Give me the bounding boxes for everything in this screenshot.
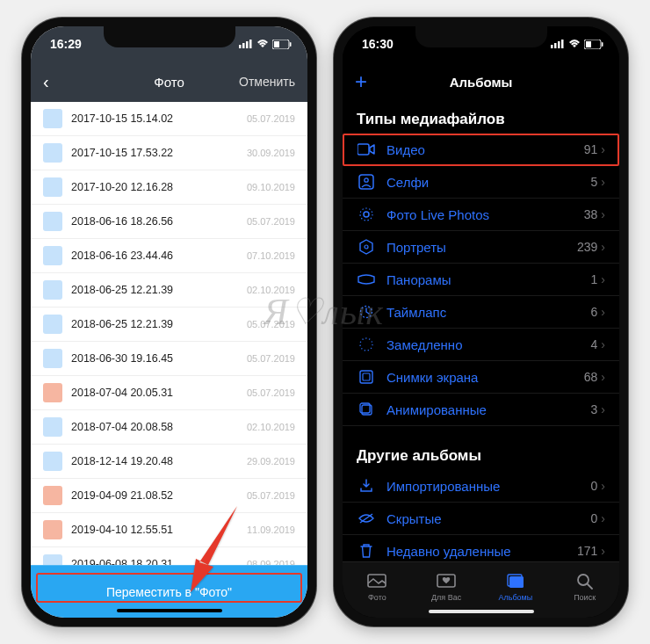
status-icons bbox=[239, 40, 292, 49]
file-thumbnail bbox=[43, 177, 62, 197]
signal-icon bbox=[551, 40, 565, 48]
svg-line-32 bbox=[588, 584, 592, 589]
page-title: Альбомы bbox=[343, 75, 619, 90]
album-row-скрытые[interactable]: Скрытые0› bbox=[343, 503, 619, 535]
album-row-фото-live-photos[interactable]: Фото Live Photos38› bbox=[343, 199, 619, 231]
status-time: 16:29 bbox=[50, 37, 82, 51]
wifi-icon bbox=[568, 40, 581, 48]
album-count: 171 bbox=[577, 544, 597, 558]
album-label: Таймлапс bbox=[386, 305, 591, 320]
tab-label: Фото bbox=[368, 593, 386, 602]
file-row[interactable]: 2018-06-16 23.44.4607.10.2019 bbox=[31, 239, 307, 273]
album-row-панорамы[interactable]: Панорамы1› bbox=[343, 264, 619, 296]
svg-rect-13 bbox=[602, 42, 603, 47]
tab-photos-icon bbox=[367, 572, 386, 591]
album-row-видео[interactable]: Видео91› bbox=[343, 134, 619, 166]
file-list[interactable]: 2017-10-15 15.14.0205.07.20192017-10-15 … bbox=[31, 102, 307, 575]
phone-left: 16:29 ‹ Фото Отменить 2017-10-15 15.14.0… bbox=[22, 18, 316, 626]
chevron-right-icon: › bbox=[601, 272, 605, 286]
album-label: Недавно удаленные bbox=[386, 544, 577, 559]
album-count: 0 bbox=[591, 479, 598, 493]
album-label: Фото Live Photos bbox=[386, 207, 584, 222]
status-icons bbox=[551, 40, 603, 49]
file-row[interactable]: 2017-10-20 12.16.2809.10.2019 bbox=[31, 170, 307, 205]
chevron-right-icon: › bbox=[601, 305, 605, 319]
tab-фото[interactable]: Фото bbox=[343, 562, 412, 618]
file-row[interactable]: 2018-06-25 12.21.3902.10.2019 bbox=[31, 273, 307, 308]
screenshot-icon bbox=[357, 369, 376, 385]
header: ‹ Фото Отменить bbox=[31, 62, 307, 102]
album-row-замедленно[interactable]: Замедленно4› bbox=[343, 329, 619, 361]
album-label: Панорамы bbox=[386, 272, 591, 287]
album-label: Портреты bbox=[386, 240, 577, 255]
section-media-types: Типы медиафайлов bbox=[343, 102, 619, 134]
album-label: Анимированные bbox=[386, 402, 591, 417]
file-date: 29.09.2019 bbox=[247, 456, 295, 467]
tab-label: Альбомы bbox=[498, 593, 532, 602]
file-row[interactable]: 2018-07-04 20.08.5802.10.2019 bbox=[31, 410, 307, 445]
file-date: 11.09.2019 bbox=[247, 525, 295, 535]
livephoto-icon bbox=[357, 206, 376, 222]
file-row[interactable]: 2018-12-14 19.20.4829.09.2019 bbox=[31, 445, 307, 479]
svg-rect-2 bbox=[246, 41, 249, 48]
album-row-портреты[interactable]: Портреты239› bbox=[343, 231, 619, 264]
file-date: 02.10.2019 bbox=[247, 285, 295, 295]
chevron-right-icon: › bbox=[601, 337, 605, 351]
svg-rect-10 bbox=[561, 40, 564, 48]
album-label: Импортированные bbox=[386, 479, 591, 494]
svg-point-21 bbox=[360, 338, 372, 351]
file-name: 2018-06-25 12.21.39 bbox=[71, 318, 247, 330]
file-row[interactable]: 2019-04-10 12.55.5111.09.2019 bbox=[31, 513, 307, 547]
cancel-button[interactable]: Отменить bbox=[239, 75, 295, 89]
chevron-right-icon: › bbox=[601, 175, 605, 189]
file-row[interactable]: 2018-06-25 12.21.3905.07.2019 bbox=[31, 308, 307, 342]
file-row[interactable]: 2017-10-15 15.14.0205.07.2019 bbox=[31, 102, 307, 136]
svg-rect-5 bbox=[274, 41, 279, 47]
album-count: 91 bbox=[584, 142, 598, 156]
album-row-таймлапс[interactable]: Таймлапс6› bbox=[343, 296, 619, 329]
chevron-right-icon: › bbox=[601, 402, 605, 416]
file-date: 02.10.2019 bbox=[247, 422, 295, 432]
panorama-icon bbox=[357, 274, 376, 285]
move-to-photos-button[interactable]: Переместить в "Фото" bbox=[31, 565, 307, 618]
svg-rect-6 bbox=[290, 42, 292, 47]
album-row-снимки-экрана[interactable]: Снимки экрана68› bbox=[343, 361, 619, 394]
trash-icon bbox=[357, 543, 376, 559]
chevron-right-icon: › bbox=[601, 142, 605, 156]
svg-point-16 bbox=[365, 178, 368, 182]
file-date: 05.07.2019 bbox=[247, 319, 295, 329]
file-name: 2018-07-04 20.08.58 bbox=[71, 421, 247, 433]
svg-rect-1 bbox=[242, 43, 245, 48]
video-icon bbox=[357, 143, 376, 156]
svg-point-18 bbox=[360, 208, 372, 221]
file-thumbnail bbox=[43, 143, 62, 163]
portrait-icon bbox=[357, 239, 376, 255]
home-indicator[interactable] bbox=[117, 609, 222, 612]
albums-content[interactable]: Типы медиафайлов Видео91›Селфи5›Фото Liv… bbox=[343, 102, 619, 568]
animated-icon bbox=[357, 402, 376, 417]
move-button-label: Переместить в "Фото" bbox=[106, 585, 232, 599]
tab-label: Поиск bbox=[574, 593, 596, 602]
svg-rect-3 bbox=[249, 40, 252, 48]
album-count: 239 bbox=[577, 240, 597, 254]
file-name: 2018-06-30 19.16.45 bbox=[71, 352, 247, 365]
file-date: 05.07.2019 bbox=[247, 387, 295, 398]
tab-foryou-icon bbox=[437, 572, 456, 591]
file-row[interactable]: 2017-10-15 17.53.2230.09.2019 bbox=[31, 136, 307, 170]
svg-point-19 bbox=[365, 245, 368, 249]
tab-поиск[interactable]: Поиск bbox=[550, 562, 619, 618]
header: + Альбомы bbox=[343, 62, 619, 102]
chevron-right-icon: › bbox=[601, 479, 605, 493]
album-row-импортированные[interactable]: Импортированные0› bbox=[343, 470, 619, 503]
file-row[interactable]: 2018-06-30 19.16.4505.07.2019 bbox=[31, 342, 307, 376]
file-row[interactable]: 2019-04-09 21.08.5205.07.2019 bbox=[31, 479, 307, 513]
file-row[interactable]: 2018-06-16 18.26.5605.07.2019 bbox=[31, 205, 307, 239]
album-row-анимированные[interactable]: Анимированные3› bbox=[343, 394, 619, 426]
file-thumbnail bbox=[43, 486, 62, 505]
album-row-селфи[interactable]: Селфи5› bbox=[343, 166, 619, 199]
home-indicator[interactable] bbox=[429, 610, 534, 613]
file-row[interactable]: 2018-07-04 20.05.3105.07.2019 bbox=[31, 376, 307, 410]
file-name: 2018-07-04 20.05.31 bbox=[71, 387, 247, 399]
file-name: 2018-06-16 18.26.56 bbox=[71, 215, 247, 228]
back-button[interactable]: ‹ bbox=[43, 72, 49, 92]
